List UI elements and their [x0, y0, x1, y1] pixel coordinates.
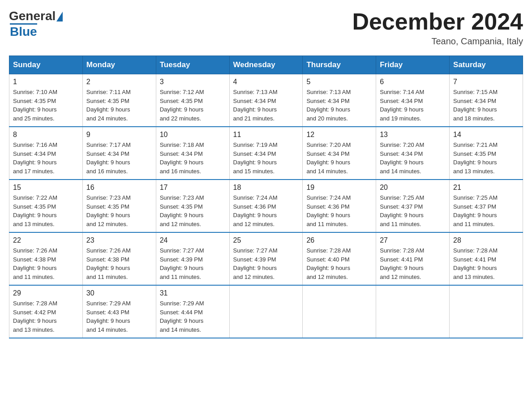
day-number: 14 — [453, 131, 519, 139]
calendar-cell: 13 Sunrise: 7:20 AM Sunset: 4:34 PM Dayl… — [376, 127, 450, 180]
day-info: Sunrise: 7:28 AM Sunset: 4:40 PM Dayligh… — [306, 246, 372, 281]
day-number: 20 — [380, 184, 446, 192]
day-info: Sunrise: 7:13 AM Sunset: 4:34 PM Dayligh… — [306, 88, 372, 123]
day-number: 23 — [86, 236, 152, 244]
day-number: 19 — [306, 184, 372, 192]
weekday-header-thursday: Thursday — [303, 56, 376, 74]
weekday-header-friday: Friday — [376, 56, 450, 74]
day-number: 1 — [13, 78, 79, 86]
day-info: Sunrise: 7:14 AM Sunset: 4:34 PM Dayligh… — [380, 88, 446, 123]
calendar-cell: 29 Sunrise: 7:28 AM Sunset: 4:42 PM Dayl… — [9, 285, 83, 338]
calendar-cell: 19 Sunrise: 7:24 AM Sunset: 4:36 PM Dayl… — [303, 180, 376, 232]
day-info: Sunrise: 7:12 AM Sunset: 4:35 PM Dayligh… — [160, 88, 226, 123]
calendar-cell: 15 Sunrise: 7:22 AM Sunset: 4:35 PM Dayl… — [9, 180, 83, 232]
day-number: 12 — [306, 131, 372, 139]
day-number: 16 — [86, 184, 152, 192]
day-info: Sunrise: 7:25 AM Sunset: 4:37 PM Dayligh… — [380, 193, 446, 228]
day-info: Sunrise: 7:10 AM Sunset: 4:35 PM Dayligh… — [13, 88, 79, 123]
calendar-cell: 27 Sunrise: 7:28 AM Sunset: 4:41 PM Dayl… — [376, 232, 450, 285]
day-info: Sunrise: 7:13 AM Sunset: 4:34 PM Dayligh… — [233, 88, 299, 123]
calendar-cell: 17 Sunrise: 7:23 AM Sunset: 4:35 PM Dayl… — [156, 180, 229, 232]
calendar-cell: 26 Sunrise: 7:28 AM Sunset: 4:40 PM Dayl… — [303, 232, 376, 285]
day-info: Sunrise: 7:20 AM Sunset: 4:34 PM Dayligh… — [306, 141, 372, 176]
calendar-cell: 12 Sunrise: 7:20 AM Sunset: 4:34 PM Dayl… — [303, 127, 376, 180]
calendar-cell: 1 Sunrise: 7:10 AM Sunset: 4:35 PM Dayli… — [9, 74, 83, 127]
day-info: Sunrise: 7:19 AM Sunset: 4:34 PM Dayligh… — [233, 141, 299, 176]
calendar-cell: 30 Sunrise: 7:29 AM Sunset: 4:43 PM Dayl… — [82, 285, 156, 338]
calendar-cell: 7 Sunrise: 7:15 AM Sunset: 4:34 PM Dayli… — [450, 74, 523, 127]
day-info: Sunrise: 7:21 AM Sunset: 4:35 PM Dayligh… — [453, 141, 519, 176]
calendar-cell: 31 Sunrise: 7:29 AM Sunset: 4:44 PM Dayl… — [156, 285, 229, 338]
calendar-cell: 16 Sunrise: 7:23 AM Sunset: 4:35 PM Dayl… — [82, 180, 156, 232]
day-info: Sunrise: 7:27 AM Sunset: 4:39 PM Dayligh… — [160, 246, 226, 281]
day-number: 9 — [86, 131, 152, 139]
day-number: 27 — [380, 236, 446, 244]
calendar-cell — [450, 285, 523, 338]
calendar-cell: 10 Sunrise: 7:18 AM Sunset: 4:34 PM Dayl… — [156, 127, 229, 180]
week-row-1: 1 Sunrise: 7:10 AM Sunset: 4:35 PM Dayli… — [9, 74, 523, 127]
calendar-cell: 14 Sunrise: 7:21 AM Sunset: 4:35 PM Dayl… — [450, 127, 523, 180]
weekday-header-tuesday: Tuesday — [156, 56, 229, 74]
calendar-table: SundayMondayTuesdayWednesdayThursdayFrid… — [9, 56, 523, 338]
calendar-cell — [229, 285, 303, 338]
day-number: 4 — [233, 78, 299, 86]
day-number: 3 — [160, 78, 226, 86]
day-info: Sunrise: 7:23 AM Sunset: 4:35 PM Dayligh… — [86, 193, 152, 228]
day-info: Sunrise: 7:26 AM Sunset: 4:38 PM Dayligh… — [13, 246, 79, 281]
weekday-header-wednesday: Wednesday — [229, 56, 303, 74]
calendar-cell: 6 Sunrise: 7:14 AM Sunset: 4:34 PM Dayli… — [376, 74, 450, 127]
day-info: Sunrise: 7:29 AM Sunset: 4:43 PM Dayligh… — [86, 299, 152, 334]
day-info: Sunrise: 7:24 AM Sunset: 4:36 PM Dayligh… — [233, 193, 299, 228]
week-row-2: 8 Sunrise: 7:16 AM Sunset: 4:34 PM Dayli… — [9, 127, 523, 180]
logo: General Blue — [9, 9, 63, 39]
day-info: Sunrise: 7:26 AM Sunset: 4:38 PM Dayligh… — [86, 246, 152, 281]
weekday-header-saturday: Saturday — [450, 56, 523, 74]
week-row-5: 29 Sunrise: 7:28 AM Sunset: 4:42 PM Dayl… — [9, 285, 523, 338]
calendar-cell: 23 Sunrise: 7:26 AM Sunset: 4:38 PM Dayl… — [82, 232, 156, 285]
weekday-header-sunday: Sunday — [9, 56, 83, 74]
weekday-header-monday: Monday — [82, 56, 156, 74]
calendar-cell: 4 Sunrise: 7:13 AM Sunset: 4:34 PM Dayli… — [229, 74, 303, 127]
day-info: Sunrise: 7:27 AM Sunset: 4:39 PM Dayligh… — [233, 246, 299, 281]
day-info: Sunrise: 7:28 AM Sunset: 4:41 PM Dayligh… — [453, 246, 519, 281]
day-number: 25 — [233, 236, 299, 244]
day-number: 30 — [86, 289, 152, 297]
day-number: 22 — [13, 236, 79, 244]
day-number: 8 — [13, 131, 79, 139]
day-number: 31 — [160, 289, 226, 297]
day-number: 15 — [13, 184, 79, 192]
day-number: 5 — [306, 78, 372, 86]
day-number: 21 — [453, 184, 519, 192]
calendar-cell: 21 Sunrise: 7:25 AM Sunset: 4:37 PM Dayl… — [450, 180, 523, 232]
day-info: Sunrise: 7:25 AM Sunset: 4:37 PM Dayligh… — [453, 193, 519, 228]
day-info: Sunrise: 7:15 AM Sunset: 4:34 PM Dayligh… — [453, 88, 519, 123]
day-number: 29 — [13, 289, 79, 297]
day-number: 18 — [233, 184, 299, 192]
logo-blue-text: Blue — [10, 23, 37, 39]
day-info: Sunrise: 7:20 AM Sunset: 4:34 PM Dayligh… — [380, 141, 446, 176]
day-number: 2 — [86, 78, 152, 86]
calendar-cell: 20 Sunrise: 7:25 AM Sunset: 4:37 PM Dayl… — [376, 180, 450, 232]
week-row-3: 15 Sunrise: 7:22 AM Sunset: 4:35 PM Dayl… — [9, 180, 523, 232]
calendar-cell: 24 Sunrise: 7:27 AM Sunset: 4:39 PM Dayl… — [156, 232, 229, 285]
day-number: 28 — [453, 236, 519, 244]
calendar-cell: 9 Sunrise: 7:17 AM Sunset: 4:34 PM Dayli… — [82, 127, 156, 180]
calendar-cell: 3 Sunrise: 7:12 AM Sunset: 4:35 PM Dayli… — [156, 74, 229, 127]
day-number: 7 — [453, 78, 519, 86]
calendar-cell: 11 Sunrise: 7:19 AM Sunset: 4:34 PM Dayl… — [229, 127, 303, 180]
logo-triangle-icon — [56, 12, 63, 21]
day-info: Sunrise: 7:28 AM Sunset: 4:42 PM Dayligh… — [13, 299, 79, 334]
calendar-cell: 25 Sunrise: 7:27 AM Sunset: 4:39 PM Dayl… — [229, 232, 303, 285]
page-header: General Blue December 2024 Teano, Campan… — [9, 9, 523, 47]
title-section: December 2024 Teano, Campania, Italy — [352, 9, 523, 47]
calendar-cell: 8 Sunrise: 7:16 AM Sunset: 4:34 PM Dayli… — [9, 127, 83, 180]
day-info: Sunrise: 7:11 AM Sunset: 4:35 PM Dayligh… — [86, 88, 152, 123]
logo-general-text: General — [9, 9, 56, 23]
weekday-header-row: SundayMondayTuesdayWednesdayThursdayFrid… — [9, 56, 523, 74]
calendar-cell: 28 Sunrise: 7:28 AM Sunset: 4:41 PM Dayl… — [450, 232, 523, 285]
day-number: 13 — [380, 131, 446, 139]
calendar-cell: 2 Sunrise: 7:11 AM Sunset: 4:35 PM Dayli… — [82, 74, 156, 127]
calendar-cell: 5 Sunrise: 7:13 AM Sunset: 4:34 PM Dayli… — [303, 74, 376, 127]
day-number: 17 — [160, 184, 226, 192]
day-number: 10 — [160, 131, 226, 139]
